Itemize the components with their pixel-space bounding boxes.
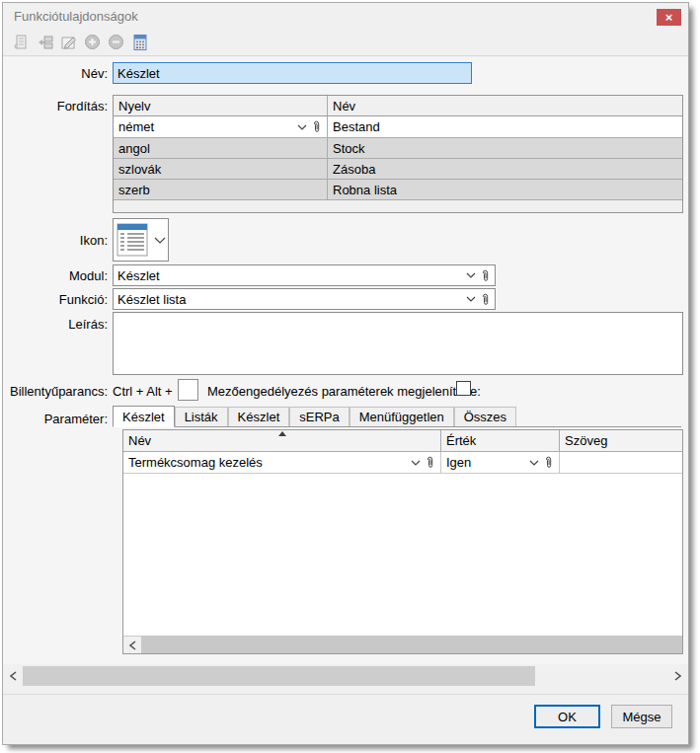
mezoengedelyezes-label: Mezőengedélyezés paraméterek megjeleníté… (207, 384, 481, 399)
shortcut-key-input[interactable] (178, 379, 198, 401)
edit-icon[interactable] (59, 33, 78, 51)
table-row[interactable]: szlovák Zásoba (114, 159, 682, 180)
leiras-textarea[interactable] (113, 312, 683, 375)
column-header-nyelv[interactable]: Nyelv (114, 96, 328, 115)
chevron-down-icon[interactable] (466, 296, 476, 302)
chevron-down-icon[interactable] (529, 460, 539, 466)
scrollbar-thumb[interactable] (141, 637, 682, 653)
nyelv-combobox[interactable]: német (114, 119, 327, 134)
paperclip-icon[interactable] (426, 456, 434, 469)
nev-label: Név: (3, 66, 108, 81)
tab-menufuggetlen[interactable]: Menüfüggetlen (350, 407, 454, 426)
dialog-content: Név: Fordítás: Nyelv Név német (3, 57, 688, 664)
tab-serpa[interactable]: sERPa (289, 407, 349, 426)
nev-cell[interactable]: Bestand (328, 116, 682, 137)
ok-button[interactable]: OK (534, 705, 600, 728)
paperclip-icon[interactable] (312, 120, 321, 133)
screenshot-stage: Funkciótulajdonságok × (0, 0, 700, 753)
paperclip-icon[interactable] (481, 293, 490, 306)
parameter-table-empty-area (123, 474, 682, 636)
cancel-button[interactable]: Mégse (611, 705, 672, 728)
tab-keszlet-1[interactable]: Készlet (113, 406, 175, 427)
dialog-title: Funkciótulajdonságok (14, 9, 138, 24)
scroll-left-icon[interactable] (5, 666, 22, 686)
tab-keszlet-2[interactable]: Készlet (228, 407, 290, 426)
remove-icon[interactable] (107, 33, 125, 51)
nev-cell: Stock (328, 138, 682, 158)
add-icon[interactable] (83, 33, 102, 51)
dialog-funkciotulajdonsagok: Funkciótulajdonságok × (2, 2, 689, 745)
scrollbar-thumb[interactable] (23, 666, 535, 686)
dialog-hscrollbar[interactable] (5, 666, 686, 686)
parameter-szoveg-cell[interactable] (560, 452, 682, 473)
funkcio-value: Készlet lista (117, 292, 466, 307)
parameter-tabstrip: Készlet Listák Készlet sERPa Menüfüggetl… (113, 406, 681, 427)
forditas-label: Fordítás: (3, 99, 108, 113)
scroll-left-icon[interactable] (123, 637, 141, 653)
modul-value: Készlet (117, 268, 466, 283)
funkcio-label: Funkció: (3, 292, 108, 307)
chevron-down-icon[interactable] (411, 460, 421, 466)
scroll-right-icon[interactable] (669, 666, 686, 686)
parameter-nev-value: Termékcsomag kezelés (123, 455, 411, 470)
modul-combobox[interactable]: Készlet (113, 264, 496, 286)
funkcio-combobox[interactable]: Készlet lista (113, 288, 496, 310)
nyelv-combobox-value: német (114, 119, 297, 134)
icon-dropdown[interactable] (113, 218, 169, 262)
column-header-nev[interactable]: Név (328, 96, 682, 115)
translations-header-row: Nyelv Név (114, 96, 682, 116)
paperclip-icon[interactable] (544, 456, 553, 469)
scrollbar-track[interactable] (22, 666, 669, 686)
close-icon: × (665, 11, 673, 24)
leiras-label: Leírás: (3, 317, 108, 332)
title-bar[interactable]: Funkciótulajdonságok × (3, 3, 688, 29)
chevron-down-icon[interactable] (466, 272, 476, 278)
table-row-editing[interactable]: német Bestand (114, 116, 682, 138)
close-button[interactable]: × (657, 9, 681, 26)
paperclip-icon[interactable] (481, 269, 490, 282)
sort-ascending-icon (278, 431, 286, 436)
chevron-down-icon[interactable] (297, 124, 307, 130)
parameter-table-hscrollbar[interactable] (123, 636, 682, 653)
parameter-ertek-value: Igen (441, 455, 529, 470)
move-item-icon[interactable] (36, 33, 54, 51)
script-icon[interactable] (12, 33, 31, 51)
column-header-nev[interactable]: Név (123, 430, 441, 451)
column-header-ertek[interactable]: Érték (441, 430, 560, 451)
nev-cell: Zásoba (328, 159, 682, 179)
chevron-down-icon[interactable] (154, 237, 166, 244)
parameter-label: Paraméter: (3, 412, 108, 426)
button-bar: OK Mégse (3, 694, 688, 744)
parameter-nev-combobox[interactable]: Termékcsomag kezelés (123, 455, 440, 470)
mezoengedelyezes-checkbox[interactable] (456, 381, 471, 396)
ikon-label: Ikon: (3, 233, 108, 248)
tab-osszes[interactable]: Összes (454, 407, 516, 426)
nyelv-cell: szlovák (114, 159, 328, 179)
nyelv-cell: angol (114, 138, 328, 158)
nev-cell: Robna lista (328, 180, 682, 199)
table-row[interactable]: szerb Robna lista (114, 180, 682, 200)
shortcut-prefix: Ctrl + Alt + (113, 384, 173, 399)
modul-label: Modul: (3, 268, 108, 283)
list-report-icon (117, 223, 150, 258)
toolbar (3, 29, 688, 56)
parameter-table: Név Érték Szöveg Termékcsomag kezelés (122, 429, 683, 654)
parameter-ertek-combobox[interactable]: Igen (441, 455, 559, 470)
parameter-row[interactable]: Termékcsomag kezelés Igen (123, 452, 682, 474)
tab-listak[interactable]: Listák (175, 407, 228, 426)
table-row[interactable]: angol Stock (114, 138, 682, 159)
parameter-header-row: Név Érték Szöveg (123, 430, 682, 452)
translations-table: Nyelv Név német Bestand (113, 95, 683, 213)
billentyuparancs-label: Billentyűparancs: (3, 384, 108, 399)
column-header-szoveg[interactable]: Szöveg (560, 430, 682, 451)
nev-input[interactable] (113, 62, 472, 84)
nyelv-cell: szerb (114, 180, 328, 199)
calculator-icon[interactable] (130, 33, 149, 51)
